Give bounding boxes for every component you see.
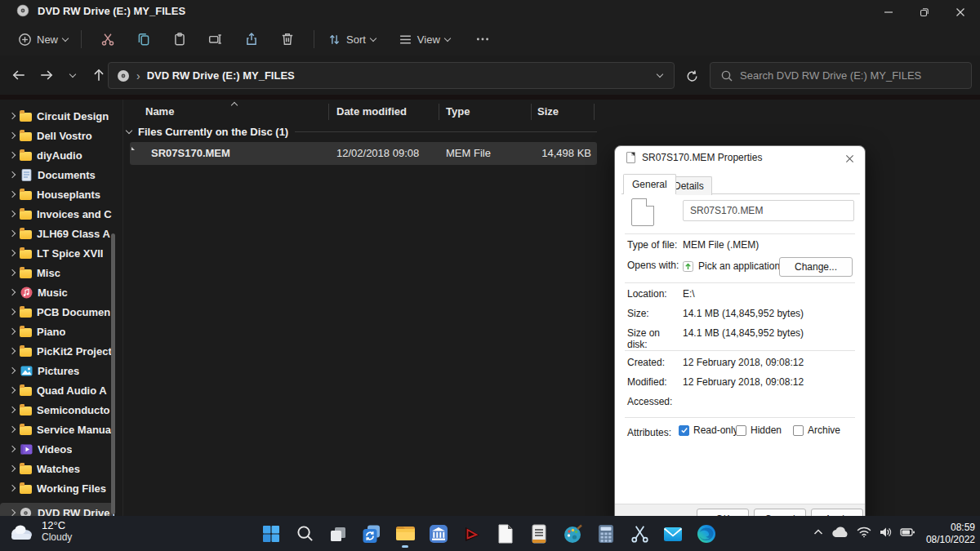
- taskbar-app-snipping-tool[interactable]: [626, 518, 653, 549]
- taskbar-app-mail[interactable]: [660, 518, 686, 549]
- sidebar-item-pictures[interactable]: Pictures: [0, 361, 122, 380]
- sidebar-item-pcb-documents[interactable]: PCB Documen: [0, 302, 122, 322]
- weather-widget[interactable]: 12°C Cloudy: [8, 519, 72, 543]
- wifi-icon[interactable]: [857, 526, 871, 541]
- chevron-right-icon[interactable]: [9, 269, 16, 276]
- paste-button[interactable]: [167, 27, 193, 51]
- new-button[interactable]: New: [11, 28, 74, 51]
- column-header-type[interactable]: Type: [446, 105, 470, 118]
- chevron-right-icon[interactable]: [9, 407, 16, 413]
- chevron-right-icon[interactable]: [9, 289, 16, 295]
- column-divider[interactable]: [439, 104, 439, 120]
- filename-field[interactable]: [683, 200, 854, 221]
- cut-button[interactable]: [95, 27, 121, 51]
- checkbox-unchecked-icon[interactable]: [736, 425, 746, 436]
- chevron-right-icon[interactable]: [9, 250, 16, 256]
- close-button[interactable]: [942, 0, 979, 24]
- chevron-right-icon[interactable]: [9, 465, 16, 472]
- sidebar-item-dell-vostro[interactable]: Dell Vostro: [0, 126, 122, 145]
- taskbar-app-calculator[interactable]: [593, 518, 619, 549]
- tab-general[interactable]: General: [623, 174, 676, 194]
- sidebar-scrollbar[interactable]: [111, 233, 115, 514]
- start-button[interactable]: [258, 518, 284, 549]
- search-box[interactable]: [710, 62, 972, 89]
- taskbar-app-edge[interactable]: [693, 518, 719, 549]
- sidebar-item-watches[interactable]: Watches: [0, 459, 122, 478]
- minimize-button[interactable]: [870, 0, 907, 24]
- recent-locations-button[interactable]: [60, 63, 85, 87]
- dialog-close-button[interactable]: [839, 149, 860, 168]
- taskbar-app-sync[interactable]: [359, 518, 385, 549]
- column-divider[interactable]: [328, 104, 329, 120]
- sidebar-item-diyaudio[interactable]: diyAudio: [0, 145, 122, 165]
- sidebar-item-service-manuals[interactable]: Service Manua: [0, 420, 122, 439]
- chevron-right-icon[interactable]: [9, 446, 16, 452]
- column-divider[interactable]: [594, 104, 595, 120]
- delete-button[interactable]: [274, 27, 301, 51]
- chevron-right-icon[interactable]: [9, 132, 16, 139]
- forward-button[interactable]: [34, 63, 59, 87]
- sidebar-item-semiconductors[interactable]: Semiconducto: [0, 400, 122, 420]
- taskbar-app-paint[interactable]: [559, 518, 586, 549]
- sidebar-item-jlh69[interactable]: JLH69 Class A: [0, 224, 122, 243]
- column-header-name[interactable]: Name: [145, 105, 174, 118]
- sidebar-item-pickit2[interactable]: PicKit2 Project: [0, 341, 122, 361]
- chevron-right-icon[interactable]: [9, 509, 16, 516]
- chevron-right-icon[interactable]: [9, 485, 16, 491]
- taskbar-app-red-arrow[interactable]: [459, 518, 485, 549]
- sidebar-item-misc[interactable]: Misc: [0, 263, 122, 282]
- chevron-right-icon[interactable]: [9, 230, 16, 237]
- file-row[interactable]: SR07S170.MEM 12/02/2018 09:08 MEM File 1…: [130, 142, 597, 165]
- share-button[interactable]: [238, 27, 265, 51]
- chevron-right-icon[interactable]: [9, 426, 16, 433]
- rename-button[interactable]: [203, 27, 229, 51]
- chevron-right-icon[interactable]: [9, 367, 16, 374]
- archive-checkbox-group[interactable]: Archive: [793, 424, 840, 436]
- chevron-right-icon[interactable]: [9, 191, 16, 198]
- readonly-checkbox-group[interactable]: Read-only: [679, 424, 738, 436]
- chevron-right-icon[interactable]: [9, 171, 16, 178]
- copy-button[interactable]: [131, 27, 157, 51]
- task-view-button[interactable]: [325, 518, 351, 549]
- breadcrumb[interactable]: › DVD RW Drive (E:) MY_FILES: [108, 62, 675, 89]
- sidebar-item-invoices[interactable]: Invoices and C: [0, 204, 122, 224]
- sidebar-item-houseplants[interactable]: Houseplants: [0, 184, 122, 204]
- change-button[interactable]: Change...: [779, 257, 853, 277]
- refresh-button[interactable]: [679, 64, 704, 88]
- see-more-button[interactable]: [470, 27, 496, 51]
- group-header[interactable]: Files Currently on the Disc (1): [127, 126, 597, 138]
- checkbox-unchecked-icon[interactable]: [793, 425, 804, 436]
- checkbox-checked-icon[interactable]: [679, 425, 689, 436]
- column-header-size[interactable]: Size: [537, 105, 559, 118]
- sidebar-item-documents[interactable]: Documents: [0, 165, 122, 184]
- chevron-right-icon[interactable]: [9, 387, 16, 393]
- chevron-right-icon[interactable]: [9, 211, 16, 217]
- chevron-down-icon[interactable]: [126, 127, 132, 134]
- chevron-right-icon[interactable]: [9, 309, 16, 315]
- taskbar-search-button[interactable]: [292, 518, 318, 549]
- sidebar-item-lt-spice[interactable]: LT Spice XVII: [0, 243, 122, 263]
- sidebar-item-videos[interactable]: Videos: [0, 439, 122, 459]
- taskbar-app-file-explorer[interactable]: [392, 518, 418, 549]
- battery-icon[interactable]: [900, 527, 915, 541]
- sidebar-item-music[interactable]: Music: [0, 282, 122, 302]
- sidebar-item-dvd-rw-drive[interactable]: DVD RW Drive (: [0, 503, 114, 516]
- back-button[interactable]: [7, 63, 31, 87]
- address-dropdown-icon[interactable]: [657, 71, 663, 78]
- sidebar-item-working-files[interactable]: Working Files: [0, 478, 122, 498]
- column-header-date[interactable]: Date modified: [336, 105, 407, 118]
- sidebar-item-circuit-design[interactable]: Circuit Design: [0, 106, 122, 126]
- chevron-right-icon[interactable]: [9, 152, 16, 158]
- view-button[interactable]: View: [392, 28, 457, 51]
- chevron-right-icon[interactable]: [9, 113, 16, 119]
- onedrive-icon[interactable]: [831, 526, 849, 541]
- taskbar-app-document[interactable]: [492, 518, 519, 549]
- sidebar-item-quad-audio[interactable]: Quad Audio A: [0, 380, 122, 400]
- chevron-right-icon[interactable]: [9, 348, 16, 354]
- sidebar-item-piano[interactable]: Piano: [0, 322, 122, 341]
- hidden-icons-button[interactable]: [813, 527, 824, 541]
- column-divider[interactable]: [531, 104, 532, 120]
- taskbar-app-notepad[interactable]: [526, 518, 552, 549]
- search-input[interactable]: [740, 69, 961, 82]
- taskbar-app-bank[interactable]: [425, 518, 452, 549]
